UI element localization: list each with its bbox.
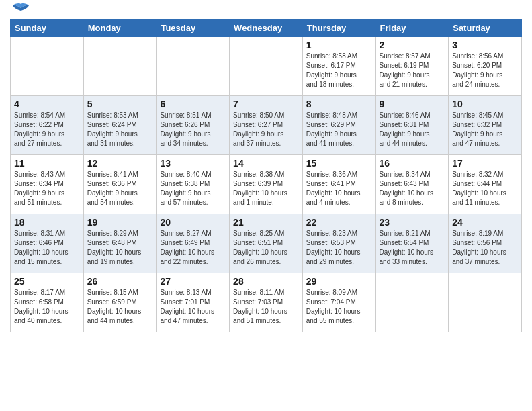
day-info: Sunrise: 8:23 AM Sunset: 6:53 PM Dayligh… — [306, 229, 372, 267]
weekday-header-friday: Friday — [375, 19, 449, 37]
weekday-header-row: SundayMondayTuesdayWednesdayThursdayFrid… — [11, 19, 522, 37]
day-number: 3 — [452, 40, 518, 50]
day-number: 26 — [87, 276, 153, 287]
day-number: 16 — [380, 158, 445, 169]
day-info: Sunrise: 8:27 AM Sunset: 6:49 PM Dayligh… — [160, 229, 226, 267]
weekday-header-wednesday: Wednesday — [230, 19, 303, 37]
calendar-cell: 19Sunrise: 8:29 AM Sunset: 6:48 PM Dayli… — [83, 214, 157, 273]
day-number: 10 — [452, 99, 518, 109]
day-number: 1 — [306, 40, 372, 50]
day-number: 21 — [233, 217, 299, 228]
calendar-cell — [230, 37, 303, 96]
day-info: Sunrise: 8:57 AM Sunset: 6:19 PM Dayligh… — [380, 52, 445, 89]
calendar-cell: 27Sunrise: 8:13 AM Sunset: 7:01 PM Dayli… — [157, 273, 230, 332]
day-number: 24 — [452, 217, 518, 228]
day-number: 7 — [233, 99, 299, 109]
calendar-cell: 25Sunrise: 8:17 AM Sunset: 6:58 PM Dayli… — [11, 273, 84, 332]
day-info: Sunrise: 8:40 AM Sunset: 6:38 PM Dayligh… — [160, 170, 226, 208]
day-info: Sunrise: 8:19 AM Sunset: 6:56 PM Dayligh… — [452, 229, 518, 267]
weekday-header-sunday: Sunday — [11, 19, 84, 37]
weekday-header-tuesday: Tuesday — [157, 19, 230, 37]
day-number: 11 — [14, 158, 80, 169]
calendar-cell: 21Sunrise: 8:25 AM Sunset: 6:51 PM Dayli… — [230, 214, 303, 273]
logo-bird-icon — [11, 3, 30, 17]
day-number: 6 — [160, 99, 226, 109]
calendar-cell: 26Sunrise: 8:15 AM Sunset: 6:59 PM Dayli… — [83, 273, 157, 332]
day-info: Sunrise: 8:36 AM Sunset: 6:41 PM Dayligh… — [306, 170, 372, 208]
calendar-cell — [375, 273, 449, 332]
week-row-1: 1Sunrise: 8:58 AM Sunset: 6:17 PM Daylig… — [11, 37, 522, 96]
header — [10, 7, 522, 15]
day-info: Sunrise: 8:15 AM Sunset: 6:59 PM Dayligh… — [87, 288, 153, 326]
calendar-cell: 20Sunrise: 8:27 AM Sunset: 6:49 PM Dayli… — [157, 214, 230, 273]
calendar-cell: 29Sunrise: 8:09 AM Sunset: 7:04 PM Dayli… — [302, 273, 375, 332]
week-row-2: 4Sunrise: 8:54 AM Sunset: 6:22 PM Daylig… — [11, 96, 522, 155]
day-info: Sunrise: 8:17 AM Sunset: 6:58 PM Dayligh… — [14, 288, 80, 326]
calendar-cell: 22Sunrise: 8:23 AM Sunset: 6:53 PM Dayli… — [302, 214, 375, 273]
week-row-4: 18Sunrise: 8:31 AM Sunset: 6:46 PM Dayli… — [11, 214, 522, 273]
day-number: 17 — [452, 158, 518, 169]
day-info: Sunrise: 8:43 AM Sunset: 6:34 PM Dayligh… — [14, 170, 80, 208]
day-number: 8 — [306, 99, 372, 109]
day-info: Sunrise: 8:53 AM Sunset: 6:24 PM Dayligh… — [87, 111, 153, 148]
calendar-cell: 4Sunrise: 8:54 AM Sunset: 6:22 PM Daylig… — [11, 96, 84, 155]
day-info: Sunrise: 8:29 AM Sunset: 6:48 PM Dayligh… — [87, 229, 153, 267]
calendar-cell: 11Sunrise: 8:43 AM Sunset: 6:34 PM Dayli… — [11, 155, 84, 214]
calendar-cell: 6Sunrise: 8:51 AM Sunset: 6:26 PM Daylig… — [157, 96, 230, 155]
calendar-cell: 10Sunrise: 8:45 AM Sunset: 6:32 PM Dayli… — [449, 96, 522, 155]
day-info: Sunrise: 8:11 AM Sunset: 7:03 PM Dayligh… — [233, 288, 299, 326]
calendar-cell: 7Sunrise: 8:50 AM Sunset: 6:27 PM Daylig… — [230, 96, 303, 155]
calendar-cell: 16Sunrise: 8:34 AM Sunset: 6:43 PM Dayli… — [375, 155, 449, 214]
day-number: 19 — [87, 217, 153, 228]
day-number: 18 — [14, 217, 80, 228]
calendar-cell: 9Sunrise: 8:46 AM Sunset: 6:31 PM Daylig… — [375, 96, 449, 155]
day-info: Sunrise: 8:46 AM Sunset: 6:31 PM Dayligh… — [380, 111, 445, 148]
day-number: 2 — [380, 40, 445, 50]
calendar-cell — [83, 37, 157, 96]
day-info: Sunrise: 8:41 AM Sunset: 6:36 PM Dayligh… — [87, 170, 153, 208]
day-info: Sunrise: 8:21 AM Sunset: 6:54 PM Dayligh… — [380, 229, 445, 267]
calendar-cell: 17Sunrise: 8:32 AM Sunset: 6:44 PM Dayli… — [449, 155, 522, 214]
calendar-cell: 23Sunrise: 8:21 AM Sunset: 6:54 PM Dayli… — [375, 214, 449, 273]
day-info: Sunrise: 8:51 AM Sunset: 6:26 PM Dayligh… — [160, 111, 226, 148]
calendar-cell: 8Sunrise: 8:48 AM Sunset: 6:29 PM Daylig… — [302, 96, 375, 155]
calendar-table: SundayMondayTuesdayWednesdayThursdayFrid… — [10, 19, 522, 332]
day-number: 9 — [380, 99, 445, 109]
week-row-5: 25Sunrise: 8:17 AM Sunset: 6:58 PM Dayli… — [11, 273, 522, 332]
day-info: Sunrise: 8:56 AM Sunset: 6:20 PM Dayligh… — [452, 52, 518, 89]
day-number: 5 — [87, 99, 153, 109]
day-number: 4 — [14, 99, 80, 109]
calendar-cell: 14Sunrise: 8:38 AM Sunset: 6:39 PM Dayli… — [230, 155, 303, 214]
logo — [10, 7, 30, 15]
calendar-cell — [157, 37, 230, 96]
calendar-cell: 13Sunrise: 8:40 AM Sunset: 6:38 PM Dayli… — [157, 155, 230, 214]
week-row-3: 11Sunrise: 8:43 AM Sunset: 6:34 PM Dayli… — [11, 155, 522, 214]
calendar-cell: 12Sunrise: 8:41 AM Sunset: 6:36 PM Dayli… — [83, 155, 157, 214]
day-number: 13 — [160, 158, 226, 169]
weekday-header-saturday: Saturday — [449, 19, 522, 37]
day-info: Sunrise: 8:58 AM Sunset: 6:17 PM Dayligh… — [306, 52, 372, 89]
page: SundayMondayTuesdayWednesdayThursdayFrid… — [0, 0, 532, 411]
day-info: Sunrise: 8:09 AM Sunset: 7:04 PM Dayligh… — [306, 288, 372, 326]
day-info: Sunrise: 8:48 AM Sunset: 6:29 PM Dayligh… — [306, 111, 372, 148]
day-info: Sunrise: 8:13 AM Sunset: 7:01 PM Dayligh… — [160, 288, 226, 326]
day-number: 22 — [306, 217, 372, 228]
calendar-cell: 1Sunrise: 8:58 AM Sunset: 6:17 PM Daylig… — [302, 37, 375, 96]
day-info: Sunrise: 8:34 AM Sunset: 6:43 PM Dayligh… — [380, 170, 445, 208]
day-info: Sunrise: 8:50 AM Sunset: 6:27 PM Dayligh… — [233, 111, 299, 148]
day-number: 29 — [306, 276, 372, 287]
calendar-cell: 28Sunrise: 8:11 AM Sunset: 7:03 PM Dayli… — [230, 273, 303, 332]
day-number: 23 — [380, 217, 445, 228]
day-info: Sunrise: 8:31 AM Sunset: 6:46 PM Dayligh… — [14, 229, 80, 267]
day-number: 27 — [160, 276, 226, 287]
weekday-header-thursday: Thursday — [302, 19, 375, 37]
day-number: 15 — [306, 158, 372, 169]
weekday-header-monday: Monday — [83, 19, 157, 37]
day-info: Sunrise: 8:38 AM Sunset: 6:39 PM Dayligh… — [233, 170, 299, 208]
day-info: Sunrise: 8:32 AM Sunset: 6:44 PM Dayligh… — [452, 170, 518, 208]
calendar-cell: 15Sunrise: 8:36 AM Sunset: 6:41 PM Dayli… — [302, 155, 375, 214]
day-info: Sunrise: 8:45 AM Sunset: 6:32 PM Dayligh… — [452, 111, 518, 148]
day-number: 28 — [233, 276, 299, 287]
day-number: 25 — [14, 276, 80, 287]
day-info: Sunrise: 8:25 AM Sunset: 6:51 PM Dayligh… — [233, 229, 299, 267]
